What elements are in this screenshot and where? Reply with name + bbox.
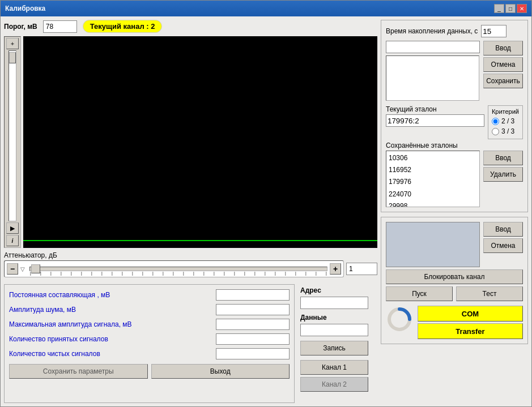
attenuator-section: Аттеньюатор, дБ − ▽ ||||||||||||||||||||… <box>4 251 377 277</box>
current-etalon-label: Текущий эталон <box>386 105 484 113</box>
recv-count-input[interactable] <box>216 333 290 345</box>
dc-input[interactable] <box>216 289 290 301</box>
current-etalon-input[interactable] <box>386 114 484 127</box>
action-row: Пуск Тест <box>386 286 523 301</box>
threshold-label: Порог, мВ <box>4 23 37 31</box>
slider-down-button[interactable]: ▶ <box>6 222 19 234</box>
record-button[interactable]: Запись <box>300 341 368 355</box>
data-input[interactable] <box>300 324 368 336</box>
criteria-3-3-radio[interactable] <box>492 128 499 135</box>
pusk-button[interactable]: Пуск <box>386 286 453 301</box>
channel1-button[interactable]: Канал 1 <box>300 360 368 375</box>
etalon-left: Текущий эталон <box>386 105 484 139</box>
address-input[interactable] <box>300 297 368 309</box>
etalons-list[interactable]: 10306116952179976224070299983021939309 <box>386 151 480 207</box>
com-transfer-buttons: COM Transfer <box>418 306 523 339</box>
left-panel: Порог, мВ Текущий канал : 2 + ▶ i <box>4 20 377 403</box>
loading-spinner <box>386 306 413 333</box>
block-channel-button[interactable]: Блокировать канал <box>386 269 523 284</box>
data-label: Данные <box>300 314 375 322</box>
vertical-track[interactable] <box>8 50 16 221</box>
bottom-cancel-button[interactable]: Отмена <box>483 238 523 253</box>
close-button[interactable]: ✕ <box>517 4 527 13</box>
bottom-right-image <box>386 222 480 267</box>
time-input[interactable] <box>481 25 507 37</box>
right-text-input[interactable] <box>386 41 480 53</box>
etalon-list-item[interactable]: 224070 <box>388 188 478 200</box>
cancel-button[interactable]: Отмена <box>483 57 523 72</box>
clean-count-param-row: Количество чистых сигналов <box>9 348 290 359</box>
max-amp-input[interactable] <box>216 319 290 330</box>
window-title: Калибровка <box>5 5 45 12</box>
criteria-3-3-row: 3 / 3 <box>492 127 519 135</box>
attenuator-label: Аттеньюатор, дБ <box>4 251 377 259</box>
criteria-2-3-row: 2 / 3 <box>492 117 519 125</box>
com-button[interactable]: COM <box>418 306 523 322</box>
right-input-row: Ввод Отмена Сохранить <box>386 41 523 103</box>
attenuator-track[interactable]: |||||||||||||||||||||||||||||| <box>29 267 327 271</box>
etalons-input-button[interactable]: Ввод <box>483 151 523 165</box>
threshold-row: Порог, мВ Текущий канал : 2 <box>4 20 377 33</box>
attenuator-increase-button[interactable]: + <box>330 263 341 275</box>
slider-up-button[interactable]: + <box>6 38 19 49</box>
bottom-input-button[interactable]: Ввод <box>483 222 523 237</box>
etalon-list-item[interactable]: 116952 <box>388 164 478 176</box>
bottom-section: Постоянная составляющая , мВ Амплитуда ш… <box>4 284 377 403</box>
right-bottom-block: Ввод Отмена Блокировать канал Пуск Тест <box>381 217 528 344</box>
recv-count-label: Количество принятых сигналов <box>9 335 108 343</box>
etalon-list-item[interactable]: 29998 <box>388 200 478 207</box>
criteria-box: Критерий 2 / 3 3 / 3 <box>488 105 523 139</box>
right-panel: Время накопления данных, с Ввод Отмена С… <box>381 20 528 403</box>
criteria-3-3-label: 3 / 3 <box>501 127 514 135</box>
title-bar: Калибровка _ □ ✕ <box>1 1 531 16</box>
dc-label: Постоянная составляющая , мВ <box>9 291 110 299</box>
scope-canvas <box>23 36 377 248</box>
criteria-2-3-radio[interactable] <box>492 118 499 125</box>
clean-count-label: Количество чистых сигналов <box>9 350 100 358</box>
right-top-buttons: Ввод Отмена Сохранить <box>483 41 523 103</box>
maximize-button[interactable]: □ <box>505 4 516 13</box>
criteria-2-3-label: 2 / 3 <box>501 117 514 125</box>
right-top-left <box>386 41 480 103</box>
test-button[interactable]: Тест <box>456 286 523 301</box>
vertical-slider: + ▶ i <box>4 36 21 248</box>
attenuator-track-container: − ▽ |||||||||||||||||||||||||||||| + <box>4 260 344 277</box>
channel-buttons: Канал 1 Канал 2 <box>300 360 375 392</box>
current-channel-badge: Текущий канал : 2 <box>83 20 163 33</box>
time-row: Время накопления данных, с <box>386 25 523 37</box>
max-amp-label: Максимальная амплитуда сигнала, мВ <box>9 320 132 328</box>
save-params-button[interactable]: Сохранить параметры <box>9 364 148 379</box>
attenuator-row: − ▽ |||||||||||||||||||||||||||||| + <box>4 260 377 277</box>
params-panel: Постоянная составляющая , мВ Амплитуда ш… <box>4 284 295 403</box>
attenuator-decrease-button[interactable]: − <box>7 263 18 275</box>
saved-etalons-label: Сохранённые эталоны <box>386 142 523 149</box>
clean-count-input[interactable] <box>216 348 290 359</box>
main-content: Порог, мВ Текущий канал : 2 + ▶ i <box>1 16 531 406</box>
minimize-button[interactable]: _ <box>494 4 504 13</box>
etalons-delete-button[interactable]: Удалить <box>483 167 523 182</box>
oscilloscope-area: + ▶ i <box>4 36 377 248</box>
right-text-box <box>386 55 479 101</box>
window-controls: _ □ ✕ <box>494 4 527 13</box>
exit-button[interactable]: Выход <box>151 364 290 379</box>
etalon-section: Текущий эталон Критерий 2 / 3 3 / 3 <box>386 105 523 139</box>
bottom-right-buttons: Ввод Отмена <box>483 222 523 267</box>
address-label: Адрес <box>300 286 375 294</box>
etalon-list-item[interactable]: 179976 <box>388 176 478 188</box>
etalons-area: 10306116952179976224070299983021939309 В… <box>386 151 523 207</box>
threshold-input[interactable] <box>43 20 77 33</box>
noise-input[interactable] <box>216 304 290 315</box>
address-panel: Адрес Данные Запись Канал 1 Канал 2 <box>298 284 377 403</box>
attenuator-value-input[interactable] <box>346 263 377 275</box>
noise-param-row: Амплитуда шума, мВ <box>9 304 290 315</box>
input-button[interactable]: Ввод <box>483 41 523 55</box>
time-label: Время накопления данных, с <box>386 27 478 35</box>
info-button[interactable]: i <box>6 235 19 246</box>
transfer-button[interactable]: Transfer <box>418 323 523 339</box>
etalon-list-item[interactable]: 10306 <box>388 152 478 164</box>
channel2-button[interactable]: Канал 2 <box>300 377 368 392</box>
vertical-thumb[interactable] <box>9 52 16 63</box>
save-button[interactable]: Сохранить <box>483 74 523 88</box>
scope-signal-line <box>23 240 377 241</box>
bottom-right-content: Ввод Отмена <box>386 222 523 267</box>
